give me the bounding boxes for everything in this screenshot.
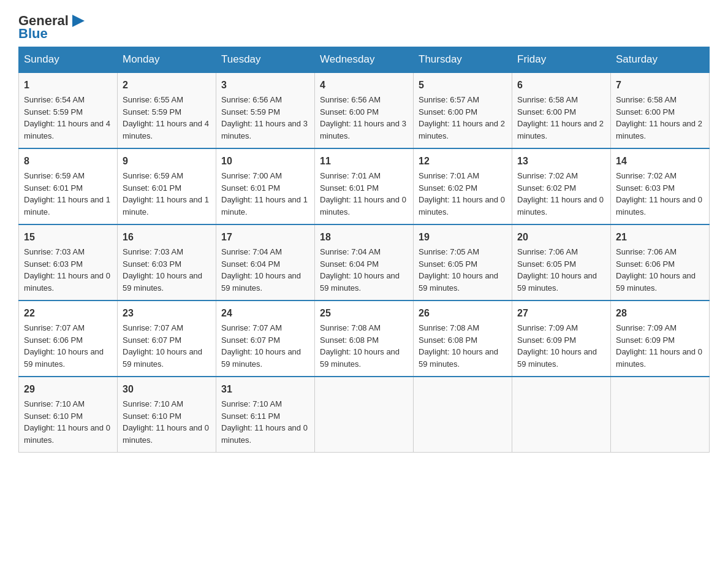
day-number: 11	[320, 154, 408, 169]
sunset-text: Sunset: 6:00 PM	[517, 107, 576, 117]
daylight-text: Daylight: 10 hours and 59 minutes.	[123, 271, 202, 293]
daylight-text: Daylight: 10 hours and 59 minutes.	[419, 347, 498, 369]
sunrise-text: Sunrise: 7:01 AM	[419, 171, 479, 180]
daylight-text: Daylight: 11 hours and 1 minute.	[24, 195, 110, 216]
daylight-text: Daylight: 10 hours and 59 minutes.	[123, 347, 202, 369]
sunrise-text: Sunrise: 6:55 AM	[123, 95, 183, 104]
page-header: General Blue	[18, 12, 710, 40]
day-number: 7	[616, 78, 704, 93]
day-number: 9	[123, 154, 211, 169]
week-row-1: 1Sunrise: 6:54 AMSunset: 5:59 PMDaylight…	[19, 72, 710, 148]
header-saturday: Saturday	[611, 47, 710, 73]
calendar-table: SundayMondayTuesdayWednesdayThursdayFrid…	[18, 47, 710, 453]
daylight-text: Daylight: 10 hours and 59 minutes.	[221, 271, 301, 293]
sunset-text: Sunset: 6:04 PM	[221, 259, 280, 269]
day-number: 1	[24, 78, 112, 93]
calendar-cell: 11Sunrise: 7:01 AMSunset: 6:01 PMDayligh…	[315, 148, 414, 224]
daylight-text: Daylight: 10 hours and 59 minutes.	[320, 347, 400, 369]
day-number: 27	[517, 306, 605, 321]
sunset-text: Sunset: 6:05 PM	[517, 259, 576, 269]
sunrise-text: Sunrise: 7:09 AM	[616, 323, 677, 332]
day-number: 8	[24, 154, 112, 169]
sunrise-text: Sunrise: 7:00 AM	[221, 171, 282, 180]
calendar-cell: 4Sunrise: 6:56 AMSunset: 6:00 PMDaylight…	[315, 72, 414, 148]
sunset-text: Sunset: 6:10 PM	[123, 412, 181, 421]
daylight-text: Daylight: 10 hours and 59 minutes.	[24, 347, 104, 369]
week-row-2: 8Sunrise: 6:59 AMSunset: 6:01 PMDaylight…	[19, 148, 710, 224]
sunset-text: Sunset: 6:03 PM	[24, 259, 83, 269]
calendar-cell: 2Sunrise: 6:55 AMSunset: 5:59 PMDaylight…	[118, 72, 216, 148]
calendar-cell: 20Sunrise: 7:06 AMSunset: 6:05 PMDayligh…	[512, 224, 611, 301]
header-thursday: Thursday	[414, 47, 512, 73]
sunset-text: Sunset: 6:01 PM	[24, 183, 83, 193]
svg-marker-0	[72, 15, 85, 27]
header-friday: Friday	[512, 47, 611, 73]
daylight-text: Daylight: 11 hours and 4 minutes.	[123, 119, 209, 140]
sunset-text: Sunset: 6:02 PM	[419, 183, 477, 193]
daylight-text: Daylight: 10 hours and 59 minutes.	[616, 271, 696, 293]
sunset-text: Sunset: 6:00 PM	[616, 107, 675, 117]
day-number: 26	[419, 306, 507, 321]
sunset-text: Sunset: 5:59 PM	[24, 107, 83, 117]
day-number: 30	[123, 382, 211, 397]
sunrise-text: Sunrise: 6:59 AM	[24, 171, 85, 180]
day-number: 21	[616, 230, 704, 245]
sunset-text: Sunset: 6:09 PM	[616, 335, 675, 345]
day-number: 3	[221, 78, 309, 93]
sunrise-text: Sunrise: 7:10 AM	[123, 399, 183, 408]
calendar-cell: 1Sunrise: 6:54 AMSunset: 5:59 PMDaylight…	[19, 72, 118, 148]
header-tuesday: Tuesday	[216, 47, 315, 73]
calendar-cell: 13Sunrise: 7:02 AMSunset: 6:02 PMDayligh…	[512, 148, 611, 224]
sunrise-text: Sunrise: 7:03 AM	[24, 247, 85, 256]
day-number: 14	[616, 154, 704, 169]
day-number: 25	[320, 306, 408, 321]
daylight-text: Daylight: 11 hours and 0 minutes.	[123, 423, 209, 445]
sunset-text: Sunset: 6:05 PM	[419, 259, 477, 269]
sunset-text: Sunset: 6:02 PM	[517, 183, 576, 193]
calendar-body: 1Sunrise: 6:54 AMSunset: 5:59 PMDaylight…	[19, 72, 710, 453]
daylight-text: Daylight: 11 hours and 3 minutes.	[221, 119, 308, 140]
daylight-text: Daylight: 11 hours and 0 minutes.	[320, 195, 406, 216]
calendar-cell: 14Sunrise: 7:02 AMSunset: 6:03 PMDayligh…	[611, 148, 710, 224]
calendar-cell: 22Sunrise: 7:07 AMSunset: 6:06 PMDayligh…	[19, 301, 118, 377]
daylight-text: Daylight: 11 hours and 0 minutes.	[517, 195, 604, 216]
sunrise-text: Sunrise: 7:10 AM	[221, 399, 282, 408]
logo-triangle-icon	[70, 12, 87, 29]
calendar-cell: 17Sunrise: 7:04 AMSunset: 6:04 PMDayligh…	[216, 224, 315, 301]
day-number: 23	[123, 306, 211, 321]
sunrise-text: Sunrise: 6:54 AM	[24, 95, 85, 104]
sunrise-text: Sunrise: 6:56 AM	[221, 95, 282, 104]
calendar-cell: 25Sunrise: 7:08 AMSunset: 6:08 PMDayligh…	[315, 301, 414, 377]
calendar-cell: 29Sunrise: 7:10 AMSunset: 6:10 PMDayligh…	[19, 377, 118, 453]
day-number: 28	[616, 306, 704, 321]
calendar-cell	[414, 377, 512, 453]
sunrise-text: Sunrise: 6:57 AM	[419, 95, 479, 104]
daylight-text: Daylight: 11 hours and 0 minutes.	[221, 423, 308, 445]
daylight-text: Daylight: 11 hours and 2 minutes.	[517, 119, 604, 140]
day-number: 19	[419, 230, 507, 245]
daylight-text: Daylight: 11 hours and 2 minutes.	[616, 119, 702, 140]
day-number: 4	[320, 78, 408, 93]
sunrise-text: Sunrise: 7:02 AM	[517, 171, 578, 180]
day-number: 17	[221, 230, 309, 245]
daylight-text: Daylight: 11 hours and 1 minute.	[221, 195, 308, 216]
sunrise-text: Sunrise: 7:04 AM	[320, 247, 381, 256]
sunset-text: Sunset: 6:10 PM	[24, 412, 83, 421]
sunset-text: Sunset: 6:11 PM	[221, 412, 280, 421]
calendar-cell: 8Sunrise: 6:59 AMSunset: 6:01 PMDaylight…	[19, 148, 118, 224]
daylight-text: Daylight: 11 hours and 0 minutes.	[419, 195, 505, 216]
week-row-4: 22Sunrise: 7:07 AMSunset: 6:06 PMDayligh…	[19, 301, 710, 377]
daylight-text: Daylight: 10 hours and 59 minutes.	[221, 347, 301, 369]
sunrise-text: Sunrise: 6:59 AM	[123, 171, 183, 180]
sunset-text: Sunset: 6:08 PM	[419, 335, 477, 345]
calendar-cell: 27Sunrise: 7:09 AMSunset: 6:09 PMDayligh…	[512, 301, 611, 377]
sunset-text: Sunset: 6:01 PM	[123, 183, 181, 193]
sunset-text: Sunset: 6:09 PM	[517, 335, 576, 345]
sunset-text: Sunset: 6:04 PM	[320, 259, 379, 269]
sunrise-text: Sunrise: 6:56 AM	[320, 95, 381, 104]
daylight-text: Daylight: 11 hours and 0 minutes.	[24, 271, 110, 293]
sunrise-text: Sunrise: 7:09 AM	[517, 323, 578, 332]
calendar-cell: 18Sunrise: 7:04 AMSunset: 6:04 PMDayligh…	[315, 224, 414, 301]
sunrise-text: Sunrise: 7:05 AM	[419, 247, 479, 256]
calendar-cell: 15Sunrise: 7:03 AMSunset: 6:03 PMDayligh…	[19, 224, 118, 301]
